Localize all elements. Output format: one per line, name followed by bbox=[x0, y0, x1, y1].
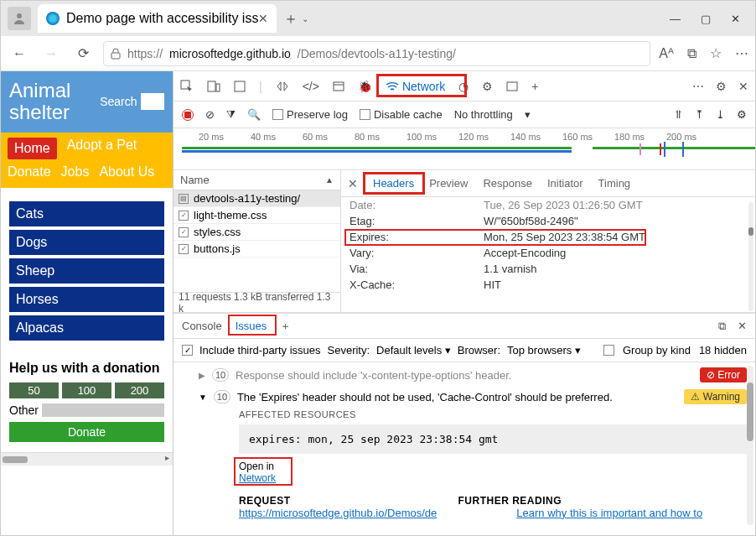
drawer-add-tab[interactable]: ＋ bbox=[280, 319, 291, 334]
nav-jobs[interactable]: Jobs bbox=[61, 164, 90, 180]
clear-button[interactable]: ⊘ bbox=[205, 108, 215, 121]
welcome-icon[interactable] bbox=[234, 81, 246, 92]
inspect-icon[interactable] bbox=[180, 80, 194, 93]
device-icon[interactable] bbox=[207, 81, 220, 92]
close-window-button[interactable]: ✕ bbox=[731, 13, 740, 25]
animal-link[interactable]: Horses bbox=[9, 287, 164, 312]
performance-icon[interactable]: ◔ bbox=[458, 80, 469, 93]
issues-scrollbar[interactable] bbox=[747, 366, 753, 525]
preserve-log-checkbox[interactable]: Preserve log bbox=[272, 108, 348, 121]
other-amount-input[interactable] bbox=[42, 403, 164, 417]
back-button[interactable]: ← bbox=[8, 42, 31, 65]
browser-tab[interactable]: Demo page with accessibility iss ✕ bbox=[38, 4, 277, 33]
scrollbar-thumb[interactable] bbox=[748, 227, 753, 236]
chevron-down-icon[interactable]: ▼ bbox=[199, 393, 207, 402]
profile-icon[interactable] bbox=[8, 7, 31, 30]
animal-list: Cats Dogs Sheep Horses Alpacas bbox=[1, 188, 173, 354]
search-icon[interactable]: 🔍 bbox=[247, 108, 261, 121]
animal-link[interactable]: Sheep bbox=[9, 258, 164, 284]
collections-icon[interactable]: ⧉ bbox=[687, 46, 696, 61]
console-icon[interactable]: </> bbox=[303, 80, 319, 93]
amount-50[interactable]: 50 bbox=[9, 382, 59, 398]
drawer-close-icon[interactable]: ✕ bbox=[738, 320, 747, 333]
tab-headers[interactable]: Headers bbox=[373, 177, 414, 190]
elements-icon[interactable] bbox=[276, 81, 289, 92]
tick: 120 ms bbox=[458, 132, 489, 142]
tab-network[interactable]: Network bbox=[386, 80, 445, 93]
throttling-caret-icon[interactable]: ▾ bbox=[525, 108, 531, 121]
wifi-cond-icon[interactable]: ⥣ bbox=[674, 108, 683, 121]
request-link[interactable]: https://microsoftedge.github.io/Demos/de bbox=[239, 507, 437, 519]
record-button[interactable] bbox=[182, 109, 194, 121]
favorite-icon[interactable]: ☆ bbox=[710, 45, 722, 61]
page-content: Animal shelter Search Home Adopt a Pet D… bbox=[1, 71, 173, 535]
request-row[interactable]: ✓light-theme.css bbox=[173, 207, 340, 224]
search-input[interactable] bbox=[141, 93, 164, 110]
drawer-tool-icon[interactable]: ⧉ bbox=[718, 320, 726, 333]
issue-row[interactable]: ▶ 10 Response should include 'x-content-… bbox=[182, 366, 747, 388]
animal-link[interactable]: Dogs bbox=[9, 230, 164, 255]
issue-row[interactable]: ▼ 10 The 'Expires' header should not be … bbox=[182, 388, 747, 409]
include-3p-checkbox[interactable]: ✓ bbox=[182, 345, 193, 356]
disable-cache-checkbox[interactable]: Disable cache bbox=[360, 108, 443, 121]
app-icon[interactable] bbox=[506, 81, 518, 91]
request-row[interactable]: ✓styles.css bbox=[173, 224, 340, 241]
drawer-tabs: Console Issues ＋ ⧉ ✕ bbox=[173, 314, 755, 339]
tick: 80 ms bbox=[355, 132, 380, 142]
import-icon[interactable]: ⤒ bbox=[695, 108, 704, 121]
tab-issues[interactable]: Issues bbox=[236, 320, 267, 332]
tab-preview[interactable]: Preview bbox=[429, 177, 468, 190]
name-column-header[interactable]: Name▲ bbox=[173, 170, 340, 190]
sources-icon[interactable] bbox=[333, 81, 344, 91]
scrollbar-thumb[interactable] bbox=[747, 382, 753, 441]
tab-response[interactable]: Response bbox=[483, 177, 532, 190]
animal-link[interactable]: Cats bbox=[9, 201, 164, 226]
donate-button[interactable]: Donate bbox=[9, 422, 164, 442]
tab-initiator[interactable]: Initiator bbox=[547, 177, 583, 190]
browser-select[interactable]: Top browsers ▾ bbox=[507, 344, 581, 356]
animal-link[interactable]: Alpacas bbox=[9, 315, 164, 341]
debugger-icon[interactable]: 🐞 bbox=[358, 80, 372, 93]
maximize-button[interactable]: ▢ bbox=[701, 13, 711, 25]
scrollbar-thumb[interactable] bbox=[3, 456, 28, 463]
tab-close-icon[interactable]: ✕ bbox=[258, 12, 268, 25]
headers-scrollbar[interactable] bbox=[748, 202, 753, 311]
network-timeline[interactable]: 20 ms 40 ms 60 ms 80 ms 100 ms 120 ms 14… bbox=[173, 128, 755, 170]
chevron-right-icon[interactable]: ▶ bbox=[199, 371, 205, 380]
devtools-more-icon[interactable]: ⋯ bbox=[692, 80, 704, 93]
more-icon[interactable]: ⋯ bbox=[735, 45, 748, 61]
minimize-button[interactable]: — bbox=[670, 13, 681, 25]
refresh-button[interactable]: ⟳ bbox=[71, 42, 95, 65]
url-input[interactable]: https://microsoftedge.github.io/Demos/de… bbox=[103, 41, 650, 66]
nav-donate[interactable]: Donate bbox=[8, 164, 51, 180]
request-row[interactable]: ▤devtools-a11y-testing/ bbox=[173, 190, 340, 207]
filter-button[interactable]: ⧩ bbox=[226, 108, 236, 122]
request-row[interactable]: ✓buttons.js bbox=[173, 241, 340, 258]
horizontal-scrollbar[interactable]: ▸ bbox=[1, 452, 173, 466]
scroll-right-icon[interactable]: ▸ bbox=[162, 453, 173, 466]
headers-tabs: ✕ Headers Preview Response Initiator Tim… bbox=[341, 170, 755, 197]
severity-select[interactable]: Default levels ▾ bbox=[376, 344, 451, 356]
close-details-icon[interactable]: ✕ bbox=[348, 177, 358, 190]
further-reading-link[interactable]: Learn why this is important and how to bbox=[516, 507, 702, 519]
export-icon[interactable]: ⤓ bbox=[716, 108, 725, 121]
nav-about[interactable]: About Us bbox=[99, 164, 154, 180]
memory-icon[interactable]: ⚙ bbox=[482, 80, 493, 93]
tick: 200 ms bbox=[666, 132, 696, 142]
read-aloud-icon[interactable]: Aᴬ bbox=[659, 45, 674, 61]
tab-timing[interactable]: Timing bbox=[598, 177, 631, 190]
nav-home[interactable]: Home bbox=[8, 138, 57, 159]
group-checkbox[interactable] bbox=[603, 345, 614, 356]
tab-console[interactable]: Console bbox=[182, 320, 222, 332]
amount-100[interactable]: 100 bbox=[62, 382, 111, 398]
new-tab-button[interactable]: ＋ bbox=[283, 8, 298, 29]
throttling-select[interactable]: No throttling bbox=[454, 108, 513, 121]
devtools-settings-icon[interactable]: ⚙ bbox=[716, 80, 727, 93]
nav-adopt[interactable]: Adopt a Pet bbox=[67, 138, 137, 159]
network-settings-icon[interactable]: ⚙ bbox=[737, 108, 747, 121]
devtools-close-icon[interactable]: ✕ bbox=[738, 80, 748, 93]
svg-rect-5 bbox=[235, 81, 245, 91]
tab-list-button[interactable]: ⌄ bbox=[302, 14, 308, 23]
amount-200[interactable]: 200 bbox=[115, 382, 164, 398]
more-tabs-button[interactable]: + bbox=[531, 80, 538, 93]
